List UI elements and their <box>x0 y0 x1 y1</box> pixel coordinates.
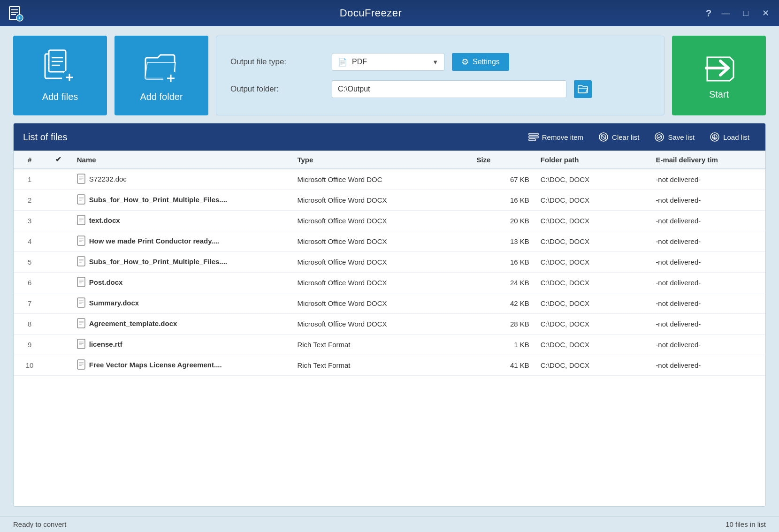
table-row[interactable]: 10 Free Vector Maps License Agreement...… <box>14 355 765 376</box>
svg-rect-43 <box>77 236 85 245</box>
start-button[interactable]: Start <box>672 36 766 115</box>
clear-list-label: Clear list <box>612 133 639 141</box>
table-row[interactable]: 4 How we made Print Conductor ready.... … <box>14 231 765 252</box>
row-check <box>46 211 71 231</box>
svg-text:+: + <box>18 15 21 21</box>
row-name: Free Vector Maps License Agreement.... <box>71 355 292 376</box>
file-type-select[interactable]: 📄 PDF ▼ <box>332 53 444 71</box>
output-folder-row: Output folder: C:\Output <box>230 80 650 98</box>
table-row[interactable]: 6 Post.docx Microsoft Office Word DOCX 2… <box>14 273 765 293</box>
row-email: -not delivered- <box>650 355 765 376</box>
settings-button[interactable]: ⚙ Settings <box>452 53 509 71</box>
svg-rect-31 <box>77 174 85 183</box>
title-bar: + DocuFreezer ? — □ ✕ <box>0 0 779 26</box>
col-type: Type <box>291 151 471 169</box>
row-size: 67 KB <box>471 169 535 190</box>
close-button[interactable]: ✕ <box>760 7 771 20</box>
row-type: Microsoft Office Word DOCX <box>291 314 471 334</box>
row-folder: C:\DOC, DOCX <box>535 190 650 211</box>
row-type: Microsoft Office Word DOC <box>291 169 471 190</box>
help-button[interactable]: ? <box>706 8 711 19</box>
row-type: Rich Text Format <box>291 355 471 376</box>
row-type: Microsoft Office Word DOCX <box>291 190 471 211</box>
row-name: Summary.docx <box>71 293 292 314</box>
row-num: 8 <box>14 314 46 334</box>
row-email: -not delivered- <box>650 314 765 334</box>
file-list-title: List of files <box>23 132 67 143</box>
remove-item-button[interactable]: Remove item <box>522 130 590 144</box>
row-email: -not delivered- <box>650 252 765 273</box>
row-size: 16 KB <box>471 190 535 211</box>
row-folder: C:\DOC, DOCX <box>535 334 650 355</box>
row-num: 10 <box>14 355 46 376</box>
table-row[interactable]: 1 S72232.doc Microsoft Office Word DOC 6… <box>14 169 765 190</box>
table-header: # ✔ Name Type Size Folder path E-mail de… <box>14 151 765 169</box>
row-name: text.docx <box>71 211 292 231</box>
browse-folder-button[interactable] <box>574 80 592 98</box>
start-arrow-icon <box>703 52 735 84</box>
save-list-label: Save list <box>668 133 695 141</box>
row-type: Microsoft Office Word DOCX <box>291 231 471 252</box>
add-files-label: Add files <box>42 91 78 102</box>
output-type-row: Output file type: 📄 PDF ▼ ⚙ Settings <box>230 53 650 71</box>
file-table: # ✔ Name Type Size Folder path E-mail de… <box>14 151 765 506</box>
app-icon: + <box>8 5 24 22</box>
row-name: How we made Print Conductor ready.... <box>71 231 292 252</box>
row-name: Subs_for_How_to_Print_Multiple_Files.... <box>71 190 292 211</box>
row-folder: C:\DOC, DOCX <box>535 211 650 231</box>
file-list-header: List of files Remove item <box>14 123 765 151</box>
load-list-icon <box>710 132 720 142</box>
file-count-text: 10 files in list <box>726 520 766 528</box>
table-row[interactable]: 8 Agreement_template.docx Microsoft Offi… <box>14 314 765 334</box>
add-folder-button[interactable]: Add folder <box>115 36 208 115</box>
files-table: # ✔ Name Type Size Folder path E-mail de… <box>14 151 765 376</box>
row-size: 42 KB <box>471 293 535 314</box>
row-check <box>46 231 71 252</box>
table-row[interactable]: 9 license.rtf Rich Text Format 1 KB C:\D… <box>14 334 765 355</box>
svg-rect-55 <box>77 298 85 307</box>
row-check <box>46 273 71 293</box>
settings-label: Settings <box>473 58 500 66</box>
table-body: 1 S72232.doc Microsoft Office Word DOC 6… <box>14 169 765 376</box>
table-row[interactable]: 5 Subs_for_How_to_Print_Multiple_Files..… <box>14 252 765 273</box>
svg-rect-39 <box>77 215 85 225</box>
row-email: -not delivered- <box>650 334 765 355</box>
row-type: Microsoft Office Word DOCX <box>291 293 471 314</box>
add-files-button[interactable]: Add files <box>13 36 107 115</box>
save-list-button[interactable]: Save list <box>648 129 701 145</box>
open-folder-icon <box>578 85 588 93</box>
svg-rect-35 <box>77 195 85 204</box>
load-list-label: Load list <box>723 133 749 141</box>
minimize-button[interactable]: — <box>720 7 732 20</box>
row-size: 16 KB <box>471 252 535 273</box>
file-list-actions: Remove item Clear list <box>522 129 756 145</box>
remove-item-icon <box>528 133 539 141</box>
row-check <box>46 334 71 355</box>
row-name: license.rtf <box>71 334 292 355</box>
col-check: ✔ <box>46 151 71 169</box>
svg-rect-23 <box>529 139 535 141</box>
table-row[interactable]: 3 text.docx Microsoft Office Word DOCX 2… <box>14 211 765 231</box>
clear-list-button[interactable]: Clear list <box>592 129 646 145</box>
status-text: Ready to convert <box>13 520 66 528</box>
add-folder-icon <box>143 49 180 87</box>
table-row[interactable]: 2 Subs_for_How_to_Print_Multiple_Files..… <box>14 190 765 211</box>
table-header-row: # ✔ Name Type Size Folder path E-mail de… <box>14 151 765 169</box>
row-email: -not delivered- <box>650 190 765 211</box>
row-size: 1 KB <box>471 334 535 355</box>
row-num: 6 <box>14 273 46 293</box>
row-type: Microsoft Office Word DOCX <box>291 211 471 231</box>
maximize-button[interactable]: □ <box>740 7 752 20</box>
row-size: 20 KB <box>471 211 535 231</box>
table-row[interactable]: 7 Summary.docx Microsoft Office Word DOC… <box>14 293 765 314</box>
svg-rect-21 <box>529 133 538 135</box>
load-list-button[interactable]: Load list <box>703 129 756 145</box>
row-name: Post.docx <box>71 273 292 293</box>
pdf-icon: 📄 <box>338 58 347 67</box>
output-type-label: Output file type: <box>230 57 324 67</box>
row-type: Rich Text Format <box>291 334 471 355</box>
title-bar-left: + <box>8 5 36 22</box>
output-folder-input[interactable]: C:\Output <box>332 80 566 98</box>
row-check <box>46 190 71 211</box>
svg-rect-22 <box>529 136 538 138</box>
